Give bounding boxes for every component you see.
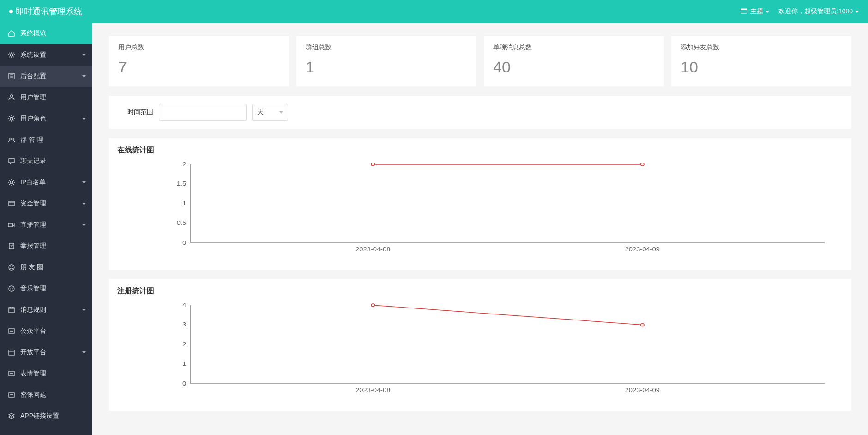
svg-text:0: 0 xyxy=(182,240,186,246)
sidebar-item-0[interactable]: 系统概览 xyxy=(0,23,92,44)
chart-title: 在线统计图 xyxy=(117,145,843,155)
chart-card-0: 在线统计图00.511.522023-04-082023-04-09 xyxy=(109,138,851,270)
stats-row: 用户总数7群组总数1单聊消息总数40添加好友总数10 xyxy=(109,36,851,86)
sidebar-item-label: 密保问题 xyxy=(20,391,46,399)
sidebar-item-label: 消息规则 xyxy=(20,306,46,314)
svg-text:3: 3 xyxy=(182,322,186,328)
gear-icon xyxy=(7,179,16,186)
sidebar-item-4[interactable]: 用户角色 xyxy=(0,108,92,129)
sidebar-item-label: 开放平台 xyxy=(20,348,46,356)
theme-icon xyxy=(741,8,748,15)
svg-text:4: 4 xyxy=(182,302,187,308)
sidebar-item-label: 音乐管理 xyxy=(20,284,46,293)
sidebar: 系统概览系统设置后台配置用户管理用户角色群 管 理聊天记录IP白名单资金管理直播… xyxy=(0,23,92,435)
sidebar-item-2[interactable]: 后台配置 xyxy=(0,66,92,87)
sidebar-item-label: 直播管理 xyxy=(20,221,46,229)
svg-rect-23 xyxy=(9,350,14,355)
sidebar-item-13[interactable]: 消息规则 xyxy=(0,299,92,320)
sidebar-item-1[interactable]: 系统设置 xyxy=(0,44,92,66)
svg-point-14 xyxy=(12,266,13,267)
chevron-down-icon xyxy=(82,224,86,226)
logo-dot-icon xyxy=(9,10,13,13)
smile-icon xyxy=(7,264,16,271)
user-icon xyxy=(7,94,16,101)
chevron-down-icon xyxy=(82,309,86,311)
svg-point-30 xyxy=(11,394,12,395)
stat-value: 7 xyxy=(118,58,280,76)
svg-point-7 xyxy=(12,138,14,140)
svg-point-25 xyxy=(10,373,11,374)
svg-point-52 xyxy=(371,304,374,307)
header: 即时通讯管理系统 主题 欢迎你，超级管理员:1000 xyxy=(0,0,868,23)
time-range-input[interactable] xyxy=(159,104,247,121)
sidebar-item-5[interactable]: 群 管 理 xyxy=(0,129,92,151)
svg-point-41 xyxy=(371,163,374,166)
user-dropdown[interactable]: 欢迎你，超级管理员:1000 xyxy=(778,7,859,16)
sidebar-item-8[interactable]: 资金管理 xyxy=(0,193,92,214)
sidebar-item-6[interactable]: 聊天记录 xyxy=(0,151,92,172)
money-icon xyxy=(7,200,16,207)
stat-label: 群组总数 xyxy=(306,43,467,52)
chart-area: 012342023-04-082023-04-09 xyxy=(168,301,825,398)
sidebar-item-label: 后台配置 xyxy=(20,72,46,80)
sidebar-item-15[interactable]: 开放平台 xyxy=(0,342,92,363)
theme-label: 主题 xyxy=(750,7,763,16)
sidebar-item-12[interactable]: 音乐管理 xyxy=(0,278,92,299)
chart-card-1: 注册统计图012342023-04-082023-04-09 xyxy=(109,279,851,411)
sidebar-item-label: 用户管理 xyxy=(20,93,46,102)
theme-dropdown[interactable]: 主题 xyxy=(741,7,769,16)
sidebar-item-label: IP白名单 xyxy=(20,178,46,187)
chevron-down-icon xyxy=(82,351,86,354)
sidebar-item-label: 公众平台 xyxy=(20,327,46,335)
sidebar-item-label: 群 管 理 xyxy=(20,136,43,144)
svg-text:1: 1 xyxy=(182,361,186,367)
sidebar-item-16[interactable]: 表情管理 xyxy=(0,363,92,384)
calendar-icon xyxy=(7,306,16,314)
calendar-icon xyxy=(7,349,16,356)
stat-label: 用户总数 xyxy=(118,43,280,52)
svg-point-53 xyxy=(641,324,644,326)
main-content: 用户总数7群组总数1单聊消息总数40添加好友总数10 时间范围 天 在线统计图0… xyxy=(92,23,868,435)
chart-title: 注册统计图 xyxy=(117,286,843,296)
svg-rect-1 xyxy=(741,9,747,10)
report-icon xyxy=(7,242,16,250)
svg-point-2 xyxy=(10,54,13,56)
svg-point-13 xyxy=(10,266,11,267)
sidebar-item-11[interactable]: 朋 友 圈 xyxy=(0,257,92,278)
chat-icon xyxy=(7,157,16,165)
smile-icon xyxy=(7,285,16,292)
svg-point-29 xyxy=(10,394,11,395)
svg-point-16 xyxy=(10,288,11,289)
sidebar-item-10[interactable]: 举报管理 xyxy=(0,236,92,257)
sidebar-item-17[interactable]: 密保问题 xyxy=(0,384,92,405)
header-right: 主题 欢迎你，超级管理员:1000 xyxy=(741,7,859,16)
sidebar-item-label: 系统概览 xyxy=(20,30,46,38)
stat-value: 1 xyxy=(306,58,467,76)
sidebar-item-18[interactable]: APP链接设置 xyxy=(0,405,92,427)
layers-icon xyxy=(7,412,16,420)
sidebar-item-3[interactable]: 用户管理 xyxy=(0,87,92,108)
svg-point-27 xyxy=(12,373,13,374)
svg-point-31 xyxy=(12,394,13,395)
svg-text:2023-04-08: 2023-04-08 xyxy=(356,387,390,393)
svg-text:2: 2 xyxy=(182,341,186,347)
gear-icon xyxy=(7,115,16,122)
sidebar-item-label: 资金管理 xyxy=(20,199,46,208)
svg-point-8 xyxy=(10,181,13,184)
svg-point-6 xyxy=(9,138,12,140)
video-icon xyxy=(7,221,16,229)
welcome-text: 欢迎你，超级管理员:1000 xyxy=(778,7,853,16)
sidebar-item-7[interactable]: IP白名单 xyxy=(0,172,92,193)
svg-rect-10 xyxy=(8,223,13,227)
group-icon xyxy=(7,136,16,144)
sidebar-item-9[interactable]: 直播管理 xyxy=(0,214,92,236)
stat-card-3: 添加好友总数10 xyxy=(671,36,851,86)
time-unit-select[interactable]: 天 xyxy=(252,104,288,121)
svg-point-22 xyxy=(12,331,13,332)
app-title-text: 即时通讯管理系统 xyxy=(16,6,82,17)
chevron-down-icon xyxy=(82,181,86,184)
sidebar-item-14[interactable]: 公众平台 xyxy=(0,320,92,342)
stat-value: 10 xyxy=(681,58,842,76)
chart-area: 00.511.522023-04-082023-04-09 xyxy=(168,160,825,257)
chevron-down-icon xyxy=(82,203,86,205)
